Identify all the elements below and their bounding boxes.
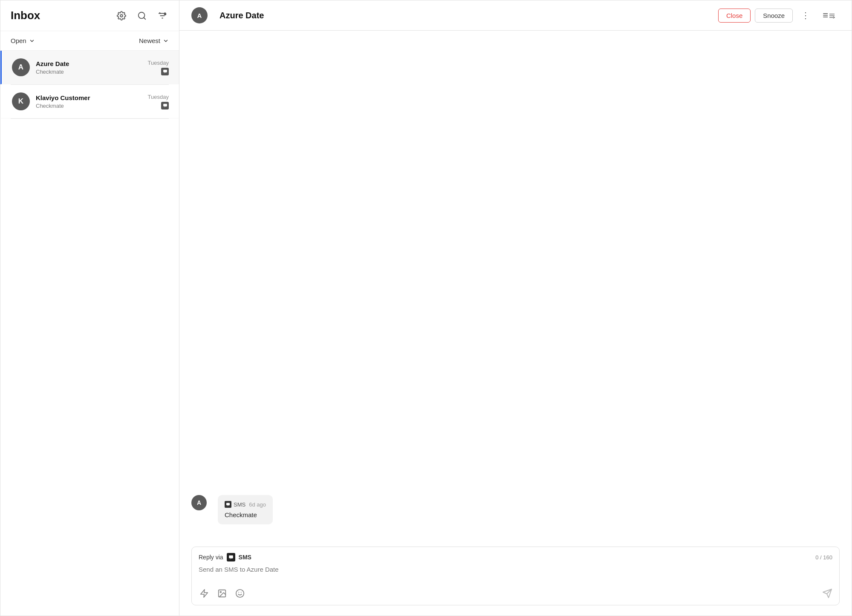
message-time-1: 6d ago bbox=[249, 501, 266, 508]
svg-point-13 bbox=[220, 591, 221, 593]
lightning-icon bbox=[199, 589, 209, 598]
svg-line-2 bbox=[144, 17, 145, 19]
reply-via-label: Reply via bbox=[199, 554, 223, 561]
send-button[interactable] bbox=[822, 588, 832, 599]
svg-rect-9 bbox=[226, 503, 230, 506]
reply-toolbar bbox=[199, 588, 832, 599]
snooze-button[interactable]: Snooze bbox=[755, 9, 793, 23]
contact-avatar: A bbox=[191, 7, 208, 23]
right-panel: A Azure Date Close Snooze ⋮ ≡ A bbox=[179, 0, 852, 616]
reply-tools bbox=[199, 588, 245, 599]
reply-channel-label: SMS bbox=[239, 554, 251, 561]
svg-marker-11 bbox=[201, 590, 208, 597]
contact-name-title: Azure Date bbox=[219, 11, 264, 20]
settings-button[interactable] bbox=[115, 9, 128, 22]
image-button[interactable] bbox=[217, 588, 228, 599]
conv-meta-azure-date: Tuesday bbox=[148, 60, 169, 75]
search-icon bbox=[137, 11, 147, 20]
svg-point-0 bbox=[120, 14, 123, 17]
reply-header: Reply via SMS 0 / 160 bbox=[199, 553, 832, 561]
list-icon: ≡ bbox=[823, 10, 835, 20]
svg-rect-4 bbox=[163, 70, 167, 72]
left-panel: Inbox bbox=[0, 0, 179, 616]
emoji-button[interactable] bbox=[234, 588, 245, 599]
sms-channel-icon bbox=[225, 501, 231, 508]
header-icons bbox=[115, 9, 169, 22]
conversation-list: A Azure Date Checkmate Tuesday bbox=[0, 51, 179, 616]
filter-icon bbox=[158, 11, 167, 20]
status-chevron-icon bbox=[29, 38, 35, 44]
divider-2 bbox=[11, 118, 169, 119]
more-vert-icon: ⋮ bbox=[801, 11, 810, 20]
emoji-icon bbox=[235, 589, 245, 598]
message-meta-1: SMS 6d ago bbox=[225, 501, 266, 508]
list-view-button[interactable]: ≡ bbox=[818, 7, 840, 23]
search-button[interactable] bbox=[136, 9, 148, 22]
more-options-button[interactable]: ⋮ bbox=[797, 8, 814, 23]
conv-meta-klaviyo: Tuesday bbox=[148, 94, 169, 109]
sort-filter-button[interactable]: Newest bbox=[139, 37, 169, 44]
avatar-azure-date: A bbox=[12, 58, 30, 76]
image-icon bbox=[217, 589, 227, 598]
reply-sms-badge bbox=[227, 553, 235, 561]
message-text-1: Checkmate bbox=[225, 511, 266, 518]
message-bubble-1: SMS 6d ago Checkmate bbox=[218, 495, 273, 524]
send-icon bbox=[822, 588, 832, 599]
sort-filter-label: Newest bbox=[139, 37, 160, 44]
reply-box: Reply via SMS 0 / 160 bbox=[191, 547, 840, 605]
svg-rect-5 bbox=[163, 104, 167, 107]
reply-input[interactable] bbox=[199, 566, 832, 581]
conv-name-azure-date: Azure Date bbox=[36, 60, 143, 67]
message-wrapper-1: A SMS 6d ago bbox=[191, 495, 840, 524]
message-area: A SMS 6d ago bbox=[179, 31, 852, 540]
conv-sms-icon-azure-date bbox=[161, 68, 169, 75]
reply-counter: 0 / 160 bbox=[815, 554, 832, 561]
message-channel-1: SMS bbox=[225, 501, 245, 508]
conv-preview-klaviyo: Checkmate bbox=[36, 103, 143, 109]
filter-button[interactable] bbox=[156, 9, 169, 22]
right-header-left: A Azure Date bbox=[191, 7, 264, 23]
conv-content-klaviyo: Klaviyo Customer Checkmate bbox=[36, 94, 143, 109]
conv-sms-icon-klaviyo bbox=[161, 102, 169, 109]
close-button[interactable]: Close bbox=[718, 9, 751, 23]
message-avatar: A bbox=[191, 495, 207, 510]
svg-rect-10 bbox=[229, 556, 233, 558]
conv-preview-azure-date: Checkmate bbox=[36, 69, 143, 75]
conversation-item-azure-date[interactable]: A Azure Date Checkmate Tuesday bbox=[0, 51, 179, 84]
reply-via: Reply via SMS bbox=[199, 553, 251, 561]
conv-time-azure-date: Tuesday bbox=[148, 60, 169, 66]
conv-name-klaviyo: Klaviyo Customer bbox=[36, 94, 143, 101]
conv-content-azure-date: Azure Date Checkmate bbox=[36, 60, 143, 75]
sort-chevron-icon bbox=[163, 38, 169, 44]
inbox-header: Inbox bbox=[0, 0, 179, 31]
status-filter-button[interactable]: Open bbox=[11, 37, 35, 44]
channel-label: SMS bbox=[234, 501, 245, 508]
right-header-actions: Close Snooze ⋮ ≡ bbox=[718, 7, 840, 23]
svg-point-3 bbox=[164, 13, 167, 15]
filter-bar: Open Newest bbox=[0, 31, 179, 51]
svg-point-14 bbox=[236, 590, 244, 597]
gear-icon bbox=[117, 11, 126, 20]
right-header: A Azure Date Close Snooze ⋮ ≡ bbox=[179, 0, 852, 31]
inbox-title: Inbox bbox=[11, 9, 40, 22]
conv-time-klaviyo: Tuesday bbox=[148, 94, 169, 100]
lightning-button[interactable] bbox=[199, 588, 210, 599]
conversation-item-klaviyo[interactable]: K Klaviyo Customer Checkmate Tuesday bbox=[0, 85, 179, 118]
avatar-klaviyo: K bbox=[12, 92, 30, 110]
status-filter-label: Open bbox=[11, 37, 26, 44]
